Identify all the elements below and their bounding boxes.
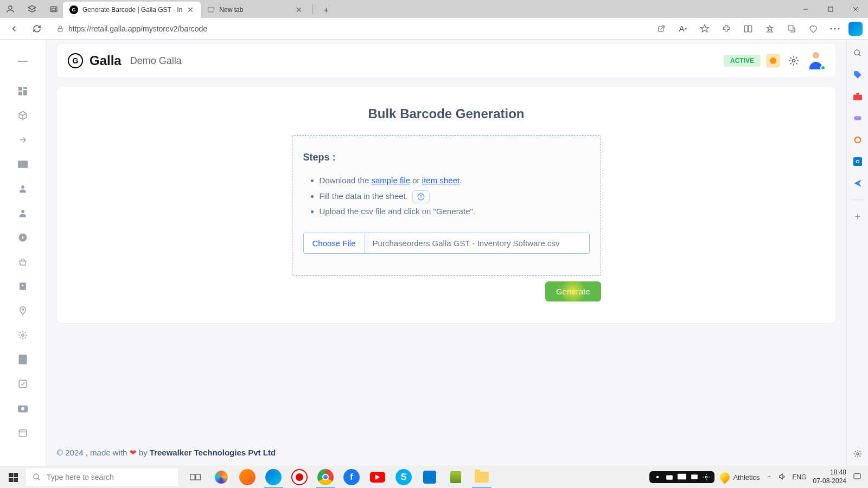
- taskbar-search[interactable]: Type here to search: [26, 468, 178, 486]
- svg-point-27: [22, 285, 24, 286]
- extensions-icon[interactable]: [718, 21, 735, 37]
- online-status-icon: [820, 65, 826, 70]
- app-icon[interactable]: [444, 466, 468, 489]
- sample-file-link[interactable]: sample file: [371, 176, 410, 185]
- weather-widget[interactable]: Athletics: [720, 472, 760, 482]
- svg-point-24: [21, 210, 24, 213]
- workspaces-icon[interactable]: [27, 4, 37, 14]
- external-link-icon[interactable]: [653, 21, 669, 37]
- dashboard-icon[interactable]: [17, 86, 28, 97]
- status-badge: ACTIVE: [724, 55, 761, 67]
- svg-point-45: [857, 116, 861, 120]
- report-icon[interactable]: [17, 354, 28, 365]
- explorer-icon[interactable]: [470, 466, 494, 489]
- more-icon[interactable]: [827, 21, 843, 37]
- edge-settings-icon[interactable]: [852, 448, 863, 459]
- facebook-icon[interactable]: f: [340, 466, 363, 489]
- user2-icon[interactable]: [17, 208, 28, 219]
- read-aloud-icon[interactable]: A»: [675, 21, 691, 37]
- user-avatar[interactable]: [807, 52, 825, 69]
- chrome-icon[interactable]: [314, 466, 337, 489]
- notification-badge[interactable]: [766, 54, 780, 68]
- item-sheet-link[interactable]: item sheet: [422, 176, 459, 185]
- arrow-icon[interactable]: [17, 134, 28, 145]
- games-icon[interactable]: [852, 113, 863, 124]
- header-settings-button[interactable]: [786, 53, 802, 69]
- record-icon[interactable]: [288, 466, 311, 489]
- products-icon[interactable]: [17, 110, 28, 121]
- location-icon[interactable]: [17, 305, 28, 316]
- menu-icon[interactable]: [17, 56, 28, 67]
- outlook-icon[interactable]: O: [852, 156, 863, 167]
- file-input[interactable]: Choose File Purchaseorders Galla GST - I…: [303, 233, 590, 254]
- clock[interactable]: 18:48 07-08-2024: [813, 468, 846, 485]
- url-input[interactable]: https://retail.galla.app/mystorev2/barco…: [51, 21, 648, 37]
- svg-rect-43: [856, 93, 859, 95]
- footer: © 2024 , made with ❤ by Treewalker Techn…: [57, 440, 835, 466]
- forward-icon[interactable]: [17, 232, 28, 243]
- refresh-button[interactable]: [28, 20, 46, 37]
- collections-icon[interactable]: [783, 21, 800, 37]
- minimize-button[interactable]: [793, 0, 818, 18]
- back-button[interactable]: [5, 20, 23, 37]
- send-icon[interactable]: [852, 178, 863, 189]
- tab-actions-icon[interactable]: [49, 4, 59, 14]
- step-text: Upload the csv file and click on "Genera…: [320, 207, 475, 216]
- info-icon[interactable]: [412, 190, 430, 203]
- browser-tab[interactable]: New tab ✕: [201, 2, 309, 18]
- choose-file-button[interactable]: Choose File: [304, 233, 365, 253]
- add-icon[interactable]: [852, 211, 863, 222]
- calendar-icon[interactable]: [17, 427, 28, 438]
- search-icon[interactable]: [852, 48, 863, 59]
- office-icon[interactable]: [852, 134, 863, 145]
- new-tab-button[interactable]: +: [318, 3, 334, 18]
- shopping-tag-icon[interactable]: [852, 69, 863, 80]
- newtab-favicon-icon: [207, 6, 215, 14]
- contacts-icon[interactable]: [17, 281, 28, 292]
- browser-tab-active[interactable]: G Generate Barcode | Galla GST - In ✕: [63, 2, 201, 18]
- language-indicator[interactable]: ENG: [793, 473, 807, 481]
- close-icon[interactable]: ✕: [187, 6, 194, 14]
- svg-point-15: [834, 28, 836, 29]
- step-text: Download the: [320, 176, 372, 185]
- favicon-icon: G: [69, 5, 78, 14]
- check-icon[interactable]: [17, 378, 28, 389]
- notifications-icon[interactable]: [853, 472, 861, 483]
- firefox-icon[interactable]: [235, 466, 259, 489]
- copilot-taskbar-icon[interactable]: [209, 466, 233, 489]
- close-window-button[interactable]: [843, 0, 868, 18]
- sound-icon[interactable]: [778, 473, 786, 482]
- svg-line-53: [38, 478, 40, 480]
- split-screen-icon[interactable]: [740, 21, 756, 37]
- maximize-button[interactable]: [818, 0, 843, 18]
- close-icon[interactable]: ✕: [295, 6, 303, 14]
- search-icon: [33, 473, 41, 481]
- toolbox-icon[interactable]: [852, 91, 863, 102]
- chevron-up-icon[interactable]: [767, 473, 772, 481]
- user-icon[interactable]: [17, 183, 28, 194]
- svg-rect-42: [853, 95, 862, 100]
- ticket-icon[interactable]: [17, 159, 28, 170]
- skype-icon[interactable]: S: [392, 466, 416, 489]
- svg-rect-34: [19, 430, 27, 436]
- svg-rect-54: [190, 474, 195, 480]
- edge-sidebar: O: [846, 40, 868, 466]
- browser-essentials-icon[interactable]: [805, 21, 821, 37]
- camera-icon[interactable]: [17, 403, 28, 414]
- edge-icon[interactable]: [261, 466, 285, 489]
- copilot-icon[interactable]: [848, 22, 863, 36]
- store-icon[interactable]: [418, 466, 442, 489]
- heart-icon: ❤: [130, 448, 137, 457]
- xbox-game-bar[interactable]: [649, 471, 714, 483]
- favorite-icon[interactable]: [697, 21, 713, 37]
- basket-icon[interactable]: [17, 256, 28, 267]
- start-button[interactable]: [0, 466, 26, 489]
- step-item: Download the sample file or item sheet.: [320, 173, 590, 189]
- generate-button[interactable]: Generate: [545, 281, 601, 301]
- task-view-button[interactable]: [183, 466, 207, 489]
- profile-icon[interactable]: [5, 4, 15, 14]
- settings-icon[interactable]: [17, 330, 28, 341]
- favorites-list-icon[interactable]: [762, 21, 778, 37]
- svg-text:O: O: [856, 159, 859, 164]
- youtube-icon[interactable]: [366, 466, 390, 489]
